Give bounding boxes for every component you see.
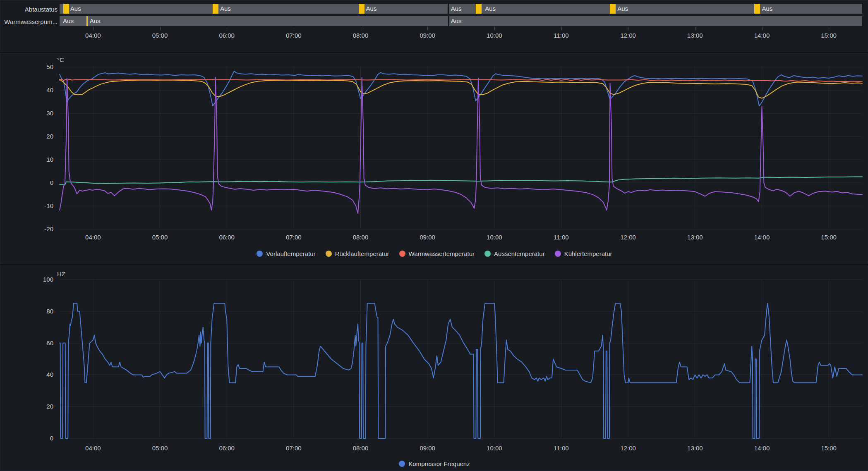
panel-temperature-chart: °C 50403020100-10-2004:0005:0006:0007:00… bbox=[0, 53, 868, 264]
frequency-legend: Kompressor Frequenz bbox=[0, 457, 868, 470]
row-label-warmwasserpumpe: Warmwasserpum... bbox=[0, 18, 58, 25]
timeline-state-label: Aus bbox=[762, 4, 773, 14]
legend-item[interactable]: Rücklauftemperatur bbox=[326, 250, 389, 257]
legend-series-dot bbox=[257, 251, 263, 257]
x-axis-tick-label: 14:00 bbox=[754, 445, 770, 452]
x-axis-tick-label: 09:00 bbox=[420, 234, 435, 241]
temperature-unit-label: °C bbox=[57, 56, 64, 63]
series-line-k-hlertemperatur[interactable] bbox=[60, 77, 862, 213]
legend-item[interactable]: Vorlauftemperatur bbox=[257, 250, 315, 257]
legend-item[interactable]: Kühlertemperatur bbox=[555, 250, 612, 257]
x-axis-tick-label: 13:00 bbox=[687, 234, 703, 241]
temperature-legend: VorlauftemperaturRücklauftemperaturWarmw… bbox=[0, 247, 868, 260]
x-axis-tick-label: 10:00 bbox=[487, 445, 502, 452]
legend-series-dot bbox=[326, 251, 332, 257]
timeline-state-marker[interactable] bbox=[63, 4, 69, 14]
x-axis-tick-label: 04:00 bbox=[85, 234, 101, 241]
panel-frequency-chart: HZ 10080604020004:0005:0006:0007:0008:00… bbox=[0, 265, 868, 471]
timeline-state-marker[interactable] bbox=[610, 4, 616, 14]
legend-series-label: Rücklauftemperatur bbox=[335, 250, 389, 257]
timeline-axis-label: 12:00 bbox=[616, 32, 640, 39]
y-axis-tick-label: 0 bbox=[50, 179, 53, 186]
timeline-state-label: Aus bbox=[63, 16, 74, 26]
y-axis-tick-label: 20 bbox=[46, 403, 53, 410]
timeline-state-label: Aus bbox=[451, 4, 462, 14]
y-axis-tick-label: -20 bbox=[44, 225, 53, 232]
timeline-hour-tick bbox=[561, 27, 562, 30]
timeline-axis-label: 10:00 bbox=[482, 32, 507, 39]
timeline-axis-label: 05:00 bbox=[148, 32, 173, 39]
timeline-state-marker[interactable] bbox=[754, 4, 760, 14]
timeline-state-marker-thin[interactable] bbox=[86, 16, 88, 26]
y-axis-tick-label: 0 bbox=[50, 435, 53, 442]
x-axis-tick-label: 10:00 bbox=[487, 234, 502, 241]
x-axis-tick-label: 11:00 bbox=[554, 445, 568, 452]
legend-item[interactable]: Kompressor Frequenz bbox=[399, 460, 470, 467]
legend-series-dot bbox=[484, 251, 491, 257]
y-axis-tick-label: 20 bbox=[46, 133, 53, 140]
timeline-hour-tick bbox=[227, 27, 227, 30]
series-line-r-cklauftemperatur[interactable] bbox=[60, 79, 862, 98]
temperature-chart-plot[interactable]: °C 50403020100-10-2004:0005:0006:0007:00… bbox=[0, 53, 868, 265]
timeline-state-label: Aus bbox=[70, 4, 81, 14]
x-axis-tick-label: 05:00 bbox=[152, 445, 168, 452]
row-label-abtaustatus: Abtaustatus bbox=[0, 6, 58, 13]
legend-series-label: Vorlauftemperatur bbox=[266, 250, 315, 257]
timeline-hour-tick bbox=[695, 27, 695, 30]
timeline-state-marker[interactable] bbox=[359, 4, 364, 14]
timeline-axis-label: 15:00 bbox=[816, 32, 841, 39]
timeline-hour-tick bbox=[829, 27, 829, 30]
y-axis-tick-label: 50 bbox=[46, 63, 53, 70]
x-axis-tick-label: 15:00 bbox=[821, 445, 837, 452]
y-axis-tick-label: 40 bbox=[46, 86, 53, 93]
timeline-hour-tick bbox=[427, 27, 428, 30]
legend-series-dot bbox=[399, 461, 405, 467]
x-axis-tick-label: 15:00 bbox=[821, 234, 837, 241]
y-axis-tick-label: 30 bbox=[46, 110, 53, 117]
x-axis-tick-label: 06:00 bbox=[219, 445, 235, 452]
legend-series-label: Aussentemperatur bbox=[494, 250, 545, 257]
y-axis-tick-label: 80 bbox=[46, 308, 53, 315]
legend-item[interactable]: Warmwassertemperatur bbox=[399, 250, 475, 257]
timeline-axis-label: 09:00 bbox=[415, 32, 440, 39]
timeline-axis-label: 07:00 bbox=[281, 32, 306, 39]
y-axis-tick-label: 10 bbox=[46, 156, 53, 163]
timeline-axis-label: 04:00 bbox=[81, 32, 106, 39]
timeline-hour-tick bbox=[628, 27, 628, 30]
timeline-state-label: Aus bbox=[451, 16, 462, 26]
y-axis-tick-label: 60 bbox=[46, 340, 53, 347]
timeline-state-marker[interactable] bbox=[213, 4, 218, 14]
y-axis-tick-label: 100 bbox=[43, 276, 53, 283]
frequency-chart-plot[interactable]: HZ 10080604020004:0005:0006:0007:0008:00… bbox=[0, 266, 868, 471]
series-line-kompressor-frequenz[interactable] bbox=[60, 304, 862, 438]
x-axis-tick-label: 04:00 bbox=[85, 445, 101, 452]
legend-series-label: Warmwassertemperatur bbox=[409, 250, 475, 257]
timeline-state-marker[interactable] bbox=[476, 4, 482, 14]
y-axis-tick-label: -10 bbox=[44, 202, 53, 209]
timeline-axis-label: 14:00 bbox=[750, 32, 774, 39]
legend-series-dot bbox=[399, 251, 405, 257]
series-line-aussentemperatur[interactable] bbox=[60, 177, 862, 184]
timeline-hour-tick bbox=[160, 27, 161, 30]
timeline-state-label: Aus bbox=[220, 4, 231, 14]
x-axis-tick-label: 12:00 bbox=[620, 234, 636, 241]
x-axis-tick-label: 07:00 bbox=[286, 445, 302, 452]
legend-series-label: Kühlertemperatur bbox=[564, 250, 612, 257]
timeline-axis-label: 08:00 bbox=[348, 32, 373, 39]
timeline-state-label: Aus bbox=[485, 4, 496, 14]
x-axis-tick-label: 08:00 bbox=[353, 234, 369, 241]
legend-item[interactable]: Aussentemperatur bbox=[484, 250, 545, 257]
x-axis-tick-label: 07:00 bbox=[286, 234, 302, 241]
x-axis-tick-label: 06:00 bbox=[219, 234, 235, 241]
x-axis-tick-label: 09:00 bbox=[420, 445, 435, 452]
x-axis-tick-label: 13:00 bbox=[687, 445, 703, 452]
y-axis-tick-label: 40 bbox=[46, 371, 53, 378]
legend-series-dot bbox=[555, 251, 561, 257]
series-line-vorlauftemperatur[interactable] bbox=[60, 71, 862, 106]
x-axis-tick-label: 08:00 bbox=[353, 445, 369, 452]
timeline-state-label: Aus bbox=[90, 16, 101, 26]
timeline-hour-tick bbox=[762, 27, 762, 30]
timeline-hour-tick bbox=[361, 27, 361, 30]
x-axis-tick-label: 14:00 bbox=[754, 234, 770, 241]
x-axis-tick-label: 11:00 bbox=[554, 234, 568, 241]
